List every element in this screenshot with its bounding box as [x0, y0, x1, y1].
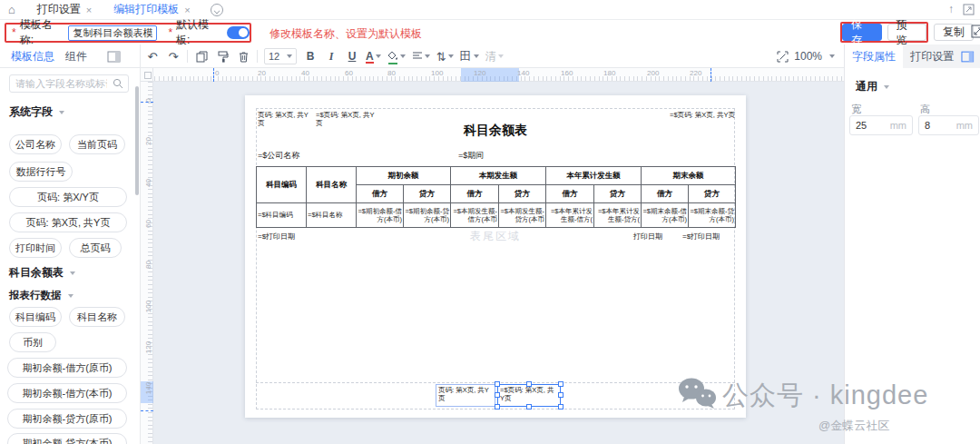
cell-field[interactable]: =$本年累计发生额-借方( [546, 203, 594, 228]
preview-button[interactable]: 预览 [887, 24, 927, 41]
section-account-balance[interactable]: 科目余额表 [9, 265, 75, 281]
company-name-field[interactable]: =$公司名称 [258, 150, 299, 162]
col-header-code[interactable]: 科目编码 [257, 167, 307, 203]
field-chip[interactable]: 期初余额-贷方(原币) [7, 409, 127, 429]
sub-header-debit[interactable]: 借方 [546, 185, 594, 203]
group-header[interactable]: 期初余额 [357, 167, 451, 185]
sub-header-credit[interactable]: 贷方 [404, 185, 451, 203]
sub-header-debit[interactable]: 借方 [642, 185, 689, 203]
balance-table[interactable]: 科目编码 科目名称 期初余额 本期发生额 本年累计发生额 期末余额 借方 贷方 … [256, 166, 736, 228]
height-input[interactable]: 8 mm [918, 115, 979, 135]
close-icon[interactable]: × [184, 5, 190, 15]
search-icon[interactable] [113, 78, 123, 89]
group-header[interactable]: 本期发生额 [451, 167, 546, 185]
report-title[interactable]: 科目余额表 [245, 123, 746, 139]
sub-header-credit[interactable]: 贷方 [499, 185, 546, 203]
border-icon[interactable]: 田 [460, 48, 472, 64]
tab-components[interactable]: 组件 [65, 49, 87, 64]
field-chip[interactable]: 期初余额-贷方(本币) [7, 433, 127, 444]
underline-icon[interactable]: U [345, 48, 359, 64]
selection-handle[interactable] [558, 392, 564, 398]
sub-header-debit[interactable]: 借方 [451, 185, 499, 203]
sidebar-scrollbar[interactable] [135, 86, 139, 195]
window-icon[interactable] [963, 4, 975, 15]
zoom-level[interactable]: 100% [794, 50, 822, 63]
collapse-left-panel-icon[interactable] [107, 51, 121, 63]
col-header-name[interactable]: 科目名称 [307, 167, 357, 203]
field-chip[interactable]: 当前页码 [69, 134, 125, 154]
cell-field[interactable]: =$科目名称 [307, 203, 357, 228]
width-input[interactable]: 25 mm [849, 115, 913, 135]
print-date-label-field[interactable]: 打印日期 [633, 232, 662, 242]
selection-handle[interactable] [495, 392, 500, 398]
fullscreen-icon[interactable] [971, 25, 980, 38]
print-date-field[interactable]: =$打印日期 [258, 232, 295, 242]
save-button[interactable]: 保存 [842, 24, 882, 41]
field-chip[interactable]: 打印时间 [9, 238, 62, 258]
field-chip[interactable]: 币别 [9, 332, 56, 352]
home-icon[interactable]: ⌂ [8, 4, 15, 15]
tab-list-dropdown-icon[interactable] [211, 4, 223, 16]
cell-field[interactable]: =$期初余额-贷方(本币) [404, 203, 451, 228]
print-date-field[interactable]: =$打印日期 [682, 232, 720, 242]
zoom-dropdown-icon[interactable] [829, 54, 835, 58]
cell-field[interactable]: =$本年累计发生额-贷方( [594, 203, 642, 228]
field-chip[interactable]: 期初余额-借方(原币) [7, 358, 127, 378]
tab-print-setup[interactable]: 打印设置 [903, 44, 961, 68]
default-template-toggle[interactable] [227, 26, 250, 39]
period-field[interactable]: =$期间 [458, 150, 484, 162]
font-color-icon[interactable]: A [366, 50, 374, 63]
collapse-right-panel-icon[interactable] [961, 51, 975, 63]
field-chip[interactable]: 科目编码 [9, 307, 62, 327]
scroll-up-icon[interactable]: ↑ [948, 3, 954, 15]
field-chip[interactable]: 公司名称 [9, 134, 62, 154]
section-system-fields[interactable]: 系统字段 [9, 104, 64, 120]
group-header[interactable]: 期末余额 [642, 167, 736, 185]
clear-format-icon[interactable]: 清 [485, 49, 496, 64]
selection-handle[interactable] [558, 404, 564, 409]
close-icon[interactable]: × [86, 5, 92, 15]
selection-handle[interactable] [558, 381, 564, 387]
italic-icon[interactable]: I [324, 48, 338, 64]
section-general[interactable]: 通用 [856, 79, 889, 94]
copy-icon[interactable] [194, 48, 209, 64]
fill-color-icon[interactable] [387, 50, 398, 64]
fit-screen-icon[interactable] [777, 51, 789, 63]
field-search-input[interactable] [10, 78, 113, 89]
selection-handle[interactable] [495, 381, 500, 387]
field-chip[interactable]: 总页码 [69, 238, 122, 258]
sub-header-credit[interactable]: 贷方 [689, 185, 736, 203]
bottom-page-number-field[interactable]: 页码: 第X页, 共Y页 [436, 384, 495, 407]
field-chip[interactable]: 页码: 第X页, 共Y页 [9, 212, 127, 232]
cell-field[interactable]: =$期末余额-借方(本币) [642, 203, 689, 228]
field-chip[interactable]: 数据行行号 [9, 162, 73, 182]
cell-field[interactable]: =$期末余额-贷方(本币) [689, 203, 736, 228]
template-name-input[interactable] [68, 25, 157, 41]
redo-icon[interactable]: ↷ [166, 48, 181, 64]
page-number-var-field[interactable]: =$页码: 第X页, 共Y页 [670, 111, 735, 119]
tab-field-properties[interactable]: 字段属性 [845, 44, 903, 68]
template-page[interactable]: 页码: 第X页, 共Y页 =$页码: 第X页, 共Y页 =$页码: 第X页, 共… [245, 95, 746, 418]
field-chip[interactable]: 期初余额-借方(本币) [7, 383, 127, 403]
format-painter-icon[interactable] [215, 48, 230, 64]
font-size-select[interactable]: 12 [264, 48, 297, 64]
cell-field[interactable]: =$本期发生额-借方(本币 [451, 203, 499, 228]
sub-header-debit[interactable]: 借方 [357, 185, 404, 203]
vertical-align-icon[interactable]: ⇅ [436, 50, 446, 64]
tab-template-info[interactable]: 模板信息 [11, 49, 54, 64]
cell-field[interactable]: =$本期发生额-贷方(本币 [499, 203, 546, 228]
sub-header-credit[interactable]: 贷方 [594, 185, 642, 203]
group-header[interactable]: 本年累计发生额 [546, 167, 642, 185]
cell-field[interactable]: =$期初余额-借方(本币) [357, 203, 404, 228]
field-chip[interactable]: 科目名称 [69, 307, 125, 327]
copy-button[interactable]: 复制 [934, 24, 974, 41]
delete-icon[interactable] [236, 48, 250, 64]
selection-handle[interactable] [526, 404, 532, 409]
align-icon[interactable] [412, 50, 423, 64]
cell-field[interactable]: =$科目编码 [257, 203, 307, 228]
undo-icon[interactable]: ↶ [145, 48, 160, 64]
field-chip[interactable]: 页码: 第X/Y页 [9, 187, 127, 207]
section-report-row-data[interactable]: 报表行数据 [9, 289, 74, 302]
bold-icon[interactable]: B [303, 48, 318, 64]
selection-handle[interactable] [495, 404, 500, 409]
